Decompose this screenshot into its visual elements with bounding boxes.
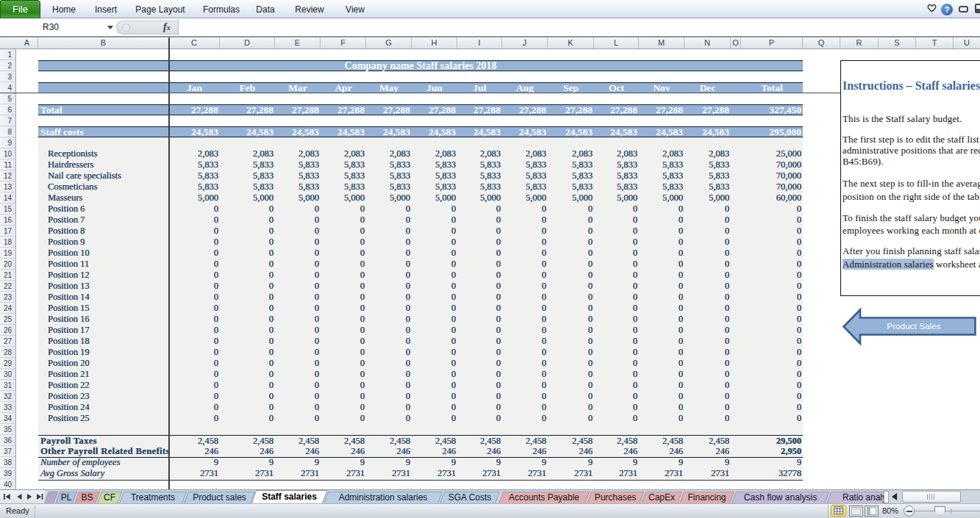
svg-text:Product Sales: Product Sales — [887, 321, 941, 331]
